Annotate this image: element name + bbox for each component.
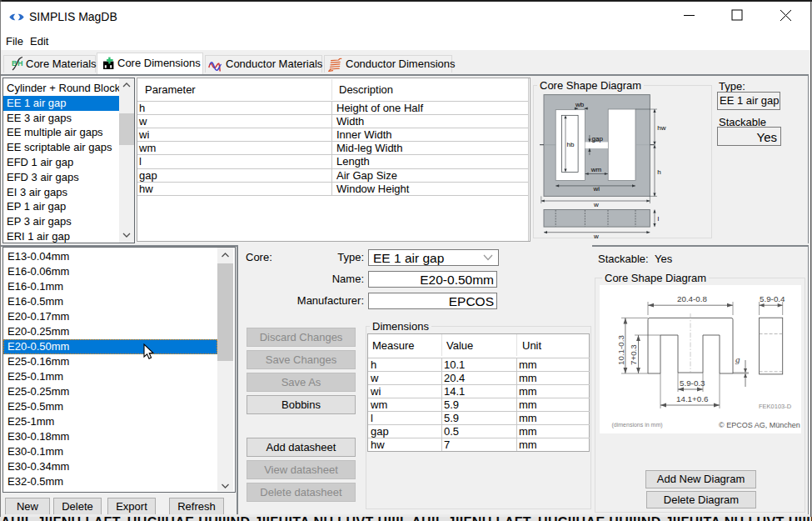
- svg-text:wm: wm: [590, 166, 602, 173]
- svg-text:l: l: [658, 215, 660, 223]
- svg-text:wi: wi: [593, 185, 600, 193]
- svg-text:FEK0103-D: FEK0103-D: [759, 403, 792, 410]
- svg-text:(dimensions in mm): (dimensions in mm): [612, 422, 663, 428]
- svg-text:g: g: [735, 354, 740, 364]
- svg-text:w: w: [593, 201, 599, 208]
- svg-text:14.1+0.6: 14.1+0.6: [676, 394, 709, 403]
- svg-text:20.4-0.8: 20.4-0.8: [677, 294, 708, 303]
- svg-text:5.9-0.4: 5.9-0.4: [760, 294, 785, 303]
- svg-text:wb: wb: [575, 101, 585, 108]
- svg-text:gap: gap: [592, 135, 604, 143]
- svg-text:10.1-0.3: 10.1-0.3: [616, 334, 625, 365]
- svg-text:© EPCOS AG, München: © EPCOS AG, München: [719, 421, 800, 429]
- svg-text:hb: hb: [567, 141, 575, 148]
- svg-text:5.9-0.3: 5.9-0.3: [680, 378, 705, 388]
- svg-text:w: w: [593, 233, 599, 239]
- svg-text:h: h: [657, 168, 660, 176]
- svg-text:7+0.3: 7+0.3: [629, 344, 638, 365]
- svg-text:hw: hw: [657, 124, 665, 132]
